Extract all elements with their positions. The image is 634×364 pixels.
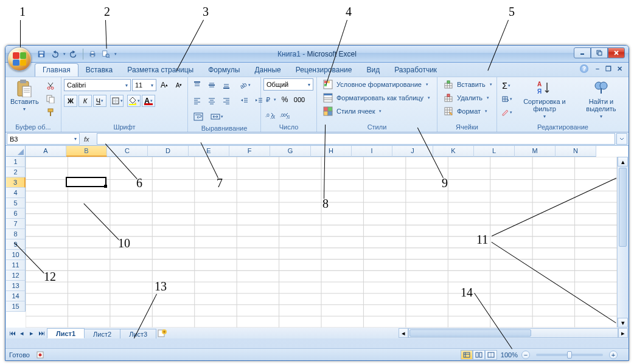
column-headers[interactable]: ABCDEFGHIJKLMN [26,146,617,157]
macro-record-icon[interactable] [36,351,44,359]
align-center-icon[interactable] [205,95,218,107]
wrap-text-icon[interactable] [190,111,206,123]
merge-center-icon[interactable]: ▾ [207,111,226,123]
format-painter-icon[interactable] [44,106,57,118]
horizontal-scrollbar[interactable]: ◂ ▸ [399,328,628,338]
column-header[interactable]: N [556,146,596,157]
row-header[interactable]: 7 [6,219,26,229]
last-sheet-icon[interactable]: ⏭ [37,328,46,338]
close-button[interactable] [608,47,625,58]
scroll-left-icon[interactable]: ◂ [399,328,408,338]
grow-font-icon[interactable]: A▴ [158,79,171,91]
sort-filter-button[interactable]: АЯ Сортировка и фильтр ▾ [515,78,574,120]
tab-home[interactable]: Главная [35,63,78,77]
row-header[interactable]: 12 [6,270,26,281]
row-header[interactable]: 6 [6,208,26,219]
comma-icon[interactable]: 000 [293,94,306,106]
tab-view[interactable]: Вид [359,64,387,77]
formula-bar[interactable] [97,133,615,145]
new-sheet-icon[interactable] [156,328,169,338]
tab-review[interactable]: Рецензирование [288,64,360,77]
page-break-view-icon[interactable] [485,350,497,360]
orientation-icon[interactable]: ab▾ [238,79,251,91]
formula-bar-expand[interactable] [616,133,627,145]
underline-button[interactable]: Ч▾ [93,95,106,107]
next-sheet-icon[interactable]: ▸ [27,328,37,338]
column-header[interactable]: E [189,146,229,157]
vertical-scrollbar[interactable]: ▴ ▾ [617,157,628,328]
scroll-down-icon[interactable]: ▾ [618,318,628,328]
name-box[interactable]: B3▾ [7,133,80,145]
row-header[interactable]: 1 [6,157,26,167]
align-middle-icon[interactable] [205,79,218,91]
zoom-level[interactable]: 100% [501,351,518,359]
italic-button[interactable]: К [78,95,92,107]
tab-insert[interactable]: Вставка [78,64,120,77]
active-cell[interactable] [66,177,106,187]
workbook-minimize[interactable]: – [593,65,602,72]
currency-icon[interactable]: ₽▾ [263,94,277,106]
sheet-tab-nav[interactable]: ⏮ ◂ ▸ ⏭ [6,328,47,338]
column-header[interactable]: I [352,146,392,157]
find-select-button[interactable]: Найти и выделить ▾ [576,78,626,120]
help-icon[interactable]: ? [580,64,588,73]
page-layout-view-icon[interactable] [473,350,485,360]
column-header[interactable]: C [107,146,148,157]
zoom-in-button[interactable]: + [609,351,618,359]
tab-formulas[interactable]: Формулы [201,64,247,77]
first-sheet-icon[interactable]: ⏮ [7,328,17,338]
font-color-button[interactable]: A▾ [142,95,155,107]
workbook-close[interactable]: ✕ [615,65,624,72]
autosum-icon[interactable]: Σ▾ [500,80,513,92]
row-headers[interactable]: 123456789101112131415 [6,157,26,328]
normal-view-icon[interactable] [461,350,473,360]
align-left-icon[interactable] [190,95,204,107]
minimize-button[interactable] [574,47,591,58]
format-as-table-button[interactable]: Форматировать как таблицу▾ [319,92,434,104]
sheet-tab[interactable]: Лист1 [47,328,85,338]
decrease-decimal-icon[interactable]: ,00,0 [278,109,291,122]
row-header[interactable]: 8 [6,229,26,239]
workbook-restore[interactable]: ❐ [604,65,613,72]
conditional-formatting-button[interactable]: Условное форматирование▾ [319,78,434,91]
clear-icon[interactable]: ▾ [500,106,513,118]
row-header[interactable]: 15 [6,301,26,312]
sheet-tab[interactable]: Лист2 [84,329,120,338]
column-header[interactable]: A [26,146,66,157]
scroll-thumb-h[interactable] [409,329,531,337]
column-header[interactable]: D [148,146,189,157]
row-header[interactable]: 14 [6,291,26,301]
tab-developer[interactable]: Разработчик [387,64,444,77]
align-top-icon[interactable] [190,79,204,91]
copy-icon[interactable] [44,93,57,105]
row-header[interactable]: 3 [6,177,26,188]
fill-color-button[interactable]: ▾ [127,95,141,107]
row-header[interactable]: 11 [6,260,26,270]
number-format-combo[interactable]: Общий▾ [263,78,313,91]
tab-page-layout[interactable]: Разметка страницы [120,64,201,77]
zoom-slider[interactable] [536,354,603,356]
cells-area[interactable] [26,157,617,328]
fx-icon[interactable]: fx [83,134,93,144]
scroll-right-icon[interactable]: ▸ [618,328,628,338]
scroll-thumb-v[interactable] [619,168,627,247]
cell-styles-button[interactable]: Стили ячеек▾ [319,105,434,117]
font-size-combo[interactable]: 11▾ [132,79,156,91]
align-right-icon[interactable] [220,95,233,107]
decrease-indent-icon[interactable] [238,95,251,107]
align-bottom-icon[interactable] [220,79,233,91]
row-header[interactable]: 5 [6,198,26,208]
select-all-button[interactable] [6,146,26,157]
percent-icon[interactable]: % [278,94,291,106]
font-family-combo[interactable]: Calibri▾ [64,79,131,91]
column-header[interactable]: K [433,146,474,157]
increase-decimal-icon[interactable]: ,0,00 [263,109,277,122]
column-header[interactable]: B [66,146,107,157]
column-header[interactable]: H [311,146,352,157]
format-cells-button[interactable]: Формат▾ [440,105,496,117]
delete-cells-button[interactable]: Удалить▾ [440,92,496,104]
scroll-up-icon[interactable]: ▴ [618,157,628,167]
zoom-out-button[interactable]: − [521,351,530,359]
bold-button[interactable]: Ж [64,95,77,107]
shrink-font-icon[interactable]: A▾ [172,79,186,91]
